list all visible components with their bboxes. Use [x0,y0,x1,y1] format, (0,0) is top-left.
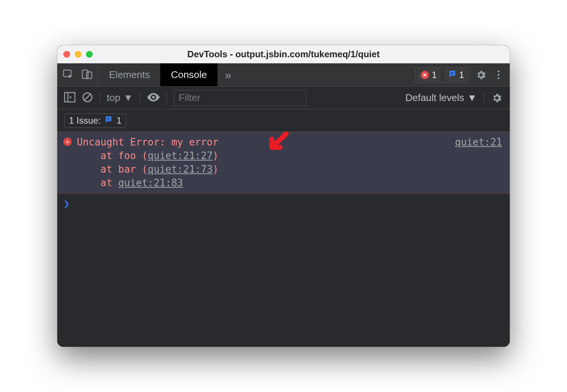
error-icon [63,138,72,146]
svg-rect-2 [87,72,92,78]
issues-count: 1 [116,115,121,126]
svg-rect-11 [107,119,109,120]
stack-link[interactable]: quiet:21:73 [148,164,213,175]
clear-console-icon[interactable] [82,92,93,104]
dropdown-chevron-icon: ▼ [467,92,477,104]
window-title: DevTools - output.jsbin.com/tukemeq/1/qu… [63,49,504,60]
window-zoom-button[interactable] [86,51,93,58]
execution-context-selector[interactable]: top ▼ [107,92,133,104]
toggle-console-sidebar-icon[interactable] [64,92,75,104]
tab-more-panels[interactable]: » [218,63,239,86]
issues-label: 1 Issue: [69,115,101,126]
tab-console[interactable]: Console [160,63,217,86]
live-expression-icon[interactable] [147,93,160,103]
device-toolbar-icon[interactable] [81,69,93,81]
issues-bar: 1 Issue: 1 [57,109,510,132]
levels-label: Default levels [405,92,464,104]
status-badges: 1 1 [415,67,470,83]
dropdown-chevron-icon: ▼ [123,92,133,104]
svg-point-9 [152,96,155,98]
window-titlebar: DevTools - output.jsbin.com/tukemeq/1/qu… [57,45,510,63]
inspect-element-icon[interactable] [63,69,74,81]
svg-rect-3 [451,72,454,73]
console-output: Uncaught Error: my error at foo (quiet:2… [57,132,510,347]
devtools-main-toolbar: Elements Console » 1 1 [57,63,510,87]
error-source-link[interactable]: quiet:21 [455,135,502,149]
stack-frame: at bar (quiet:21:73) [77,164,219,175]
svg-rect-10 [107,118,110,119]
devtools-window: DevTools - output.jsbin.com/tukemeq/1/qu… [57,45,510,347]
console-prompt[interactable]: ❯ [57,194,510,214]
log-levels-selector[interactable]: Default levels ▼ [405,92,477,104]
console-error-message[interactable]: Uncaught Error: my error at foo (quiet:2… [57,132,510,194]
svg-rect-1 [83,70,88,78]
settings-button[interactable] [475,69,487,81]
stack-link[interactable]: quiet:21:27 [148,150,213,161]
window-close-button[interactable] [63,51,70,58]
window-minimize-button[interactable] [75,51,81,58]
console-toolbar: top ▼ Default levels ▼ [57,87,510,109]
svg-rect-4 [451,74,453,75]
error-count-badge[interactable]: 1 [417,69,440,81]
issue-icon [448,70,457,80]
error-icon [421,71,429,79]
stack-frame: at foo (quiet:21:27) [77,150,219,161]
filter-input[interactable] [174,90,306,106]
context-label: top [107,92,120,104]
issue-icon [104,115,113,126]
panel-tabs: Elements Console » [98,63,239,86]
stack-frame: at quiet:21:83 [77,177,183,188]
window-controls [63,51,93,58]
prompt-chevron-icon: ❯ [63,198,70,210]
issues-summary[interactable]: 1 Issue: 1 [64,113,126,128]
issue-count: 1 [459,70,464,80]
console-settings-button[interactable] [491,92,503,104]
stack-link[interactable]: quiet:21:83 [118,177,183,188]
tab-elements[interactable]: Elements [98,63,160,86]
error-count: 1 [432,70,437,80]
svg-line-8 [85,95,90,100]
more-options-button[interactable] [492,69,504,81]
error-text: Uncaught Error: my error at foo (quiet:2… [77,135,504,190]
issue-count-badge[interactable]: 1 [444,69,468,81]
